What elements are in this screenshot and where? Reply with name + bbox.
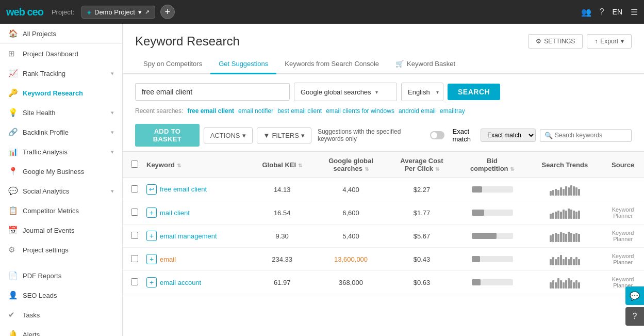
table-row: ↩free email client14.134,400$2.27 bbox=[123, 178, 644, 201]
select-all-checkbox[interactable] bbox=[131, 161, 138, 168]
add-to-basket-row-icon[interactable]: + bbox=[146, 254, 157, 264]
recent-link-4[interactable]: android email bbox=[399, 107, 436, 115]
sidebar-item-project-dashboard[interactable]: ⊞ Project Dashboard bbox=[0, 44, 122, 63]
add-to-basket-row-icon[interactable]: + bbox=[146, 277, 157, 287]
sidebar-item-keyword-research[interactable]: 🔑 Keyword Research bbox=[0, 83, 122, 103]
add-to-basket-button[interactable]: ADD TO BASKET bbox=[135, 124, 200, 147]
keyword-link[interactable]: email account bbox=[160, 279, 201, 286]
row-checkbox-2[interactable] bbox=[131, 232, 138, 239]
recent-link-0[interactable]: free email client bbox=[187, 107, 234, 115]
sidebar-item-backlink-profile[interactable]: 🔗 Backlink Profile ▾ bbox=[0, 122, 122, 142]
return-icon[interactable]: ↩ bbox=[146, 184, 157, 195]
bid-bar-bg bbox=[472, 186, 513, 193]
actions-button[interactable]: ACTIONS ▾ bbox=[204, 127, 253, 143]
hamburger-icon[interactable]: ☰ bbox=[631, 7, 638, 17]
trends-bar-segment bbox=[563, 233, 565, 242]
trends-chart bbox=[532, 206, 598, 219]
trends-bar-segment bbox=[570, 280, 572, 289]
tab-get-suggestions[interactable]: Get Suggestions bbox=[210, 55, 276, 74]
language-select[interactable]: English Spanish French bbox=[406, 88, 434, 96]
row-checkbox-4[interactable] bbox=[131, 278, 138, 285]
search-keywords-wrapper: 🔍 bbox=[540, 129, 632, 142]
search-keywords-input[interactable] bbox=[555, 132, 627, 139]
suggestions-toggle-switch[interactable] bbox=[430, 131, 444, 139]
add-to-basket-row-icon[interactable]: + bbox=[146, 231, 157, 241]
sidebar-item-google-my-business[interactable]: 📍 Google My Business bbox=[0, 162, 122, 181]
keyword-col-header[interactable]: Keyword ⇅ bbox=[142, 152, 250, 178]
keyword-cell: +email account bbox=[142, 271, 250, 294]
sidebar-label-project-dashboard: Project Dashboard bbox=[23, 50, 78, 58]
language-selector[interactable]: EN bbox=[613, 8, 622, 16]
keyword-link[interactable]: email bbox=[160, 255, 176, 263]
tab-search-console[interactable]: Keywords from Search Console bbox=[276, 55, 387, 74]
search-button[interactable]: SEARCH bbox=[448, 84, 500, 100]
search-input[interactable] bbox=[135, 83, 290, 101]
trends-bar-segment bbox=[560, 280, 562, 289]
language-select-wrapper[interactable]: English Spanish French ▾ bbox=[401, 83, 443, 101]
kei-col-header[interactable]: Global KEI ⇅ bbox=[250, 152, 315, 178]
sidebar-item-pdf-reports[interactable]: 📄 PDF Reports bbox=[0, 266, 122, 285]
trends-chart bbox=[532, 183, 598, 196]
exact-match-select[interactable]: Exact match Broad match bbox=[481, 129, 536, 142]
sidebar-item-traffic-analysis[interactable]: 📊 Traffic Analysis ▾ bbox=[0, 142, 122, 162]
sidebar-item-rank-tracking[interactable]: 📈 Rank Tracking ▾ bbox=[0, 63, 122, 83]
tab-spy-competitors[interactable]: Spy on Competitors bbox=[135, 55, 210, 74]
backlink-icon: 🔗 bbox=[8, 127, 18, 137]
tab-label-basket: Keyword Basket bbox=[407, 60, 455, 68]
sidebar-item-journal-of-events[interactable]: 📅 Journal of Events bbox=[0, 220, 122, 240]
actions-arrow-icon: ▾ bbox=[242, 132, 246, 139]
bid-col-header[interactable]: Bidcompetition ⇅ bbox=[457, 152, 528, 178]
table-row: +email account61.97368,000$0.63KeywordPl… bbox=[123, 271, 644, 294]
trends-bar-segment bbox=[552, 190, 554, 196]
trends-bar-segment bbox=[563, 282, 565, 289]
add-to-basket-row-icon[interactable]: + bbox=[146, 207, 157, 218]
trends-bar-segment bbox=[555, 259, 557, 265]
bid-bar-fill bbox=[472, 186, 482, 193]
sort-icon-kw: ⇅ bbox=[177, 163, 181, 168]
row-checkbox-3[interactable] bbox=[131, 255, 138, 262]
row-checkbox-1[interactable] bbox=[131, 209, 138, 216]
filters-button[interactable]: ▼ FILTERS ▾ bbox=[257, 127, 311, 143]
sidebar-item-social-analytics[interactable]: 💬 Social Analytics ▾ bbox=[0, 181, 122, 201]
trends-bar-segment bbox=[578, 282, 580, 289]
help-icon[interactable]: ? bbox=[600, 7, 604, 17]
recent-link-5[interactable]: emailtray bbox=[440, 107, 465, 115]
row-checkbox-0[interactable] bbox=[131, 185, 138, 193]
traffic-icon: 📊 bbox=[8, 147, 18, 156]
sidebar-item-tasks[interactable]: ✔ Tasks bbox=[0, 305, 122, 325]
recent-link-2[interactable]: best email client bbox=[277, 107, 322, 115]
sidebar-item-seo-leads[interactable]: 👤 SEO Leads bbox=[0, 285, 122, 305]
sidebar-item-site-health[interactable]: 💡 Site Health ▾ bbox=[0, 103, 122, 122]
trends-bar-segment bbox=[575, 233, 577, 242]
bid-bar-bg bbox=[472, 279, 513, 285]
export-button[interactable]: ↑ Export ▾ bbox=[587, 34, 632, 49]
project-selector[interactable]: ◈ Demo Project ▾ ↗ bbox=[81, 6, 155, 19]
help-bubble[interactable]: ? bbox=[625, 307, 644, 326]
keyword-link[interactable]: mail client bbox=[160, 209, 190, 217]
sidebar-item-alerts[interactable]: 🔔 Alerts bbox=[0, 325, 122, 336]
settings-button[interactable]: ⚙ SETTINGS bbox=[528, 34, 583, 49]
chat-bubble[interactable]: 💬 bbox=[625, 286, 644, 305]
exact-match-label: Exact match bbox=[453, 127, 477, 143]
sidebar-label-keyword-research: Keyword Research bbox=[23, 89, 83, 97]
keyword-link[interactable]: email management bbox=[160, 232, 217, 240]
engine-select-wrapper[interactable]: Google global searches Google local sear… bbox=[294, 83, 397, 101]
recent-link-3[interactable]: email clients for windows bbox=[326, 107, 394, 115]
sidebar-item-project-settings[interactable]: ⚙ Project settings bbox=[0, 240, 122, 260]
keyword-link[interactable]: free email client bbox=[160, 185, 207, 193]
table-row: +email234.3313,600,000$0.43KeywordPlanne… bbox=[123, 248, 644, 271]
sidebar-item-competitor-metrics[interactable]: 📋 Competitor Metrics bbox=[0, 201, 122, 220]
trends-bar-segment bbox=[578, 234, 580, 242]
sidebar-item-all-projects[interactable]: 🏠 All Projects bbox=[0, 24, 122, 44]
engine-select[interactable]: Google global searches Google local sear… bbox=[299, 88, 373, 96]
suggestions-toggle-label: Suggestions with the specified keywords … bbox=[318, 128, 426, 142]
add-project-button[interactable]: + bbox=[160, 5, 175, 19]
cpc-col-header[interactable]: Average CostPer Click ⇅ bbox=[387, 152, 456, 178]
recent-link-1[interactable]: email notifier bbox=[238, 107, 273, 115]
trends-bar-segment bbox=[555, 233, 557, 242]
tab-keyword-basket[interactable]: 🛒 Keyword Basket bbox=[387, 55, 464, 74]
users-icon[interactable]: 👥 bbox=[581, 7, 591, 17]
keyword-cell: ↩free email client bbox=[142, 178, 250, 201]
searches-col-header[interactable]: Google globalsearches ⇅ bbox=[315, 152, 387, 178]
sidebar-label-google-my-business: Google My Business bbox=[23, 168, 84, 175]
